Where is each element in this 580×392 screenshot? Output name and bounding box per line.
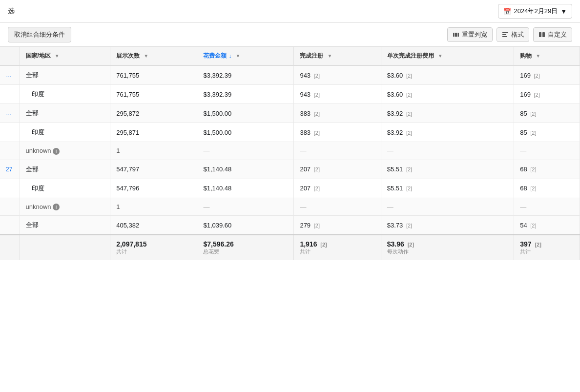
- cell-impressions: 761,755: [110, 85, 197, 104]
- cell-purchase: 85 [2]: [514, 104, 580, 123]
- cell-registrations: 943 [2]: [294, 85, 381, 104]
- reset-columns-icon: [453, 31, 459, 38]
- table-row: 印度295,871$1,500.00383 [2]$3.92 [2]85 [2]: [0, 123, 580, 142]
- calendar-icon: 📅: [503, 8, 511, 15]
- footer-purchase: 397 [2] 共计: [514, 235, 580, 260]
- svg-rect-3: [502, 32, 508, 33]
- cancel-combination-button[interactable]: 取消组合细分条件: [8, 27, 71, 42]
- custom-icon: [539, 31, 545, 38]
- cell-impressions: 547,797: [110, 160, 197, 179]
- col-header-country[interactable]: 国家/地区 ▼: [20, 47, 110, 65]
- reg-sort-icon: ▼: [327, 53, 332, 59]
- cell-impressions: 1: [110, 198, 197, 216]
- toolbar-left: 取消组合细分条件: [8, 27, 71, 42]
- cell-purchase: 169 [2]: [514, 65, 580, 85]
- cell-spend: $1,140.48: [197, 179, 294, 198]
- cell-spend: $1,039.60: [197, 216, 294, 235]
- reset-width-button[interactable]: 重置列宽: [447, 27, 493, 42]
- col-header-registrations[interactable]: 完成注册 ▼: [294, 47, 381, 65]
- date-selector[interactable]: 📅 2024年2月29日 ▼: [498, 4, 573, 19]
- cell-index: [0, 198, 20, 216]
- svg-rect-0: [453, 33, 454, 37]
- col-header-cost-per-reg[interactable]: 单次完成注册费用 ▼: [381, 47, 514, 65]
- custom-button[interactable]: 自定义: [533, 27, 572, 42]
- cell-country: unknown i: [20, 198, 110, 216]
- toolbar-right: 重置列宽 格式 自定义: [447, 27, 572, 42]
- cell-spend: —: [197, 142, 294, 160]
- table-row: …全部761,755$3,392.39943 [2]$3.60 [2]169 […: [0, 65, 580, 85]
- cell-purchase: 169 [2]: [514, 85, 580, 104]
- footer-registrations: 1,916 [2] 共计: [294, 235, 381, 260]
- col-header-purchase[interactable]: 购物 ▼: [514, 47, 580, 65]
- table-container: 国家/地区 ▼ 展示次数 ▼ 花费金额 ↓ ▼: [0, 47, 580, 260]
- svg-rect-6: [539, 32, 541, 37]
- cell-purchase: 85 [2]: [514, 123, 580, 142]
- cell-registrations: 207 [2]: [294, 179, 381, 198]
- cell-registrations: 943 [2]: [294, 65, 381, 85]
- cell-purchase: 68 [2]: [514, 160, 580, 179]
- cell-cost-per-reg: —: [381, 142, 514, 160]
- table-footer-row: 2,097,815 共计 $7,596.26 总花费 1,916 [2] 共计: [0, 235, 580, 260]
- cell-registrations: 383 [2]: [294, 123, 381, 142]
- svg-rect-7: [542, 32, 545, 37]
- svg-rect-2: [458, 33, 459, 37]
- unknown-info-icon[interactable]: i: [53, 204, 60, 210]
- svg-rect-5: [502, 36, 507, 37]
- table-row: 印度761,755$3,392.39943 [2]$3.60 [2]169 [2…: [0, 85, 580, 104]
- cell-spend: $3,392.39: [197, 85, 294, 104]
- cell-country: 印度: [20, 179, 110, 198]
- cell-index: [0, 123, 20, 142]
- cell-impressions: 1: [110, 142, 197, 160]
- cell-index: …: [0, 104, 20, 123]
- cell-country: 全部: [20, 104, 110, 123]
- format-button[interactable]: 格式: [497, 27, 529, 42]
- cell-spend: $1,140.48: [197, 160, 294, 179]
- cell-index: …: [0, 65, 20, 85]
- col-header-spend[interactable]: 花费金额 ↓ ▼: [197, 47, 294, 65]
- footer-cost-per-reg: $3.96 [2] 每次动作: [381, 235, 514, 260]
- cell-cost-per-reg: —: [381, 198, 514, 216]
- dropdown-icon: ▼: [560, 8, 567, 15]
- cell-cost-per-reg: $5.51 [2]: [381, 179, 514, 198]
- cell-impressions: 295,871: [110, 123, 197, 142]
- date-label: 2024年2月29日: [514, 7, 558, 16]
- cell-impressions: 761,755: [110, 65, 197, 85]
- reset-width-label: 重置列宽: [462, 30, 487, 39]
- cell-spend: $1,500.00: [197, 104, 294, 123]
- cell-index: [0, 179, 20, 198]
- cell-registrations: 207 [2]: [294, 160, 381, 179]
- footer-spend: $7,596.26 总花费: [197, 235, 294, 260]
- country-sort-icon: ▼: [55, 53, 60, 59]
- cell-index: [0, 142, 20, 160]
- table-row: …全部295,872$1,500.00383 [2]$3.92 [2]85 [2…: [0, 104, 580, 123]
- data-table: 国家/地区 ▼ 展示次数 ▼ 花费金额 ↓ ▼: [0, 47, 580, 260]
- cell-purchase: —: [514, 142, 580, 160]
- table-row: unknown i1————: [0, 198, 580, 216]
- cell-index: [0, 85, 20, 104]
- cell-impressions: 547,796: [110, 179, 197, 198]
- cell-country: 印度: [20, 123, 110, 142]
- col-header-impressions[interactable]: 展示次数 ▼: [110, 47, 197, 65]
- cell-cost-per-reg: $3.60 [2]: [381, 85, 514, 104]
- cell-purchase: —: [514, 198, 580, 216]
- cell-purchase: 68 [2]: [514, 179, 580, 198]
- cell-registrations: 279 [2]: [294, 216, 381, 235]
- top-right: 📅 2024年2月29日 ▼: [498, 4, 573, 19]
- cell-index: 27: [0, 160, 20, 179]
- spend-dropdown-icon: ▼: [235, 53, 240, 59]
- cell-cost-per-reg: $5.51 [2]: [381, 160, 514, 179]
- svg-rect-1: [455, 33, 457, 37]
- format-label: 格式: [511, 30, 524, 39]
- table-header-row: 国家/地区 ▼ 展示次数 ▼ 花费金额 ↓ ▼: [0, 47, 580, 65]
- cell-impressions: 295,872: [110, 104, 197, 123]
- cell-spend: —: [197, 198, 294, 216]
- cell-purchase: 54 [2]: [514, 216, 580, 235]
- format-icon: [502, 31, 509, 38]
- cell-country: 全部: [20, 65, 110, 85]
- table-row: 印度547,796$1,140.48207 [2]$5.51 [2]68 [2]: [0, 179, 580, 198]
- cell-registrations: —: [294, 142, 381, 160]
- impressions-sort-icon: ▼: [144, 53, 148, 59]
- footer-country: [20, 235, 110, 260]
- cell-cost-per-reg: $3.60 [2]: [381, 65, 514, 85]
- unknown-info-icon[interactable]: i: [53, 148, 60, 155]
